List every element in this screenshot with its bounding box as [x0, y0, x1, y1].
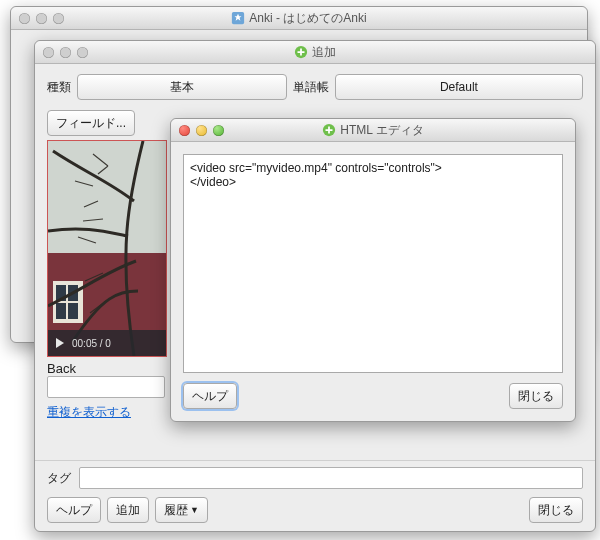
close-button[interactable]: 閉じる	[509, 383, 563, 409]
add-button[interactable]: 追加	[107, 497, 149, 523]
maximize-icon[interactable]	[53, 13, 64, 24]
traffic-lights-html	[179, 125, 224, 136]
note-type-button[interactable]: 基本	[77, 74, 287, 100]
html-editor-textarea[interactable]: <video src="myvideo.mp4" controls="contr…	[183, 154, 563, 373]
plus-icon	[294, 45, 308, 59]
tag-input[interactable]	[79, 467, 583, 489]
maximize-icon[interactable]	[77, 47, 88, 58]
titlebar-add: 追加	[35, 41, 595, 64]
help-button[interactable]: ヘルプ	[47, 497, 101, 523]
html-title: HTML エディタ	[340, 122, 424, 139]
fields-button[interactable]: フィールド...	[47, 110, 135, 136]
back-field[interactable]	[47, 376, 165, 398]
history-button[interactable]: 履歴▼	[155, 497, 208, 523]
front-field-video[interactable]: 00:05 / 0	[47, 140, 167, 357]
play-icon[interactable]	[56, 338, 64, 348]
traffic-lights-main	[19, 13, 64, 24]
deck-button[interactable]: Default	[335, 74, 583, 100]
video-controls[interactable]: 00:05 / 0	[48, 330, 166, 356]
titlebar-main: Anki - はじめてのAnki	[11, 7, 587, 30]
add-title: 追加	[312, 44, 336, 61]
traffic-lights-add	[43, 47, 88, 58]
anki-icon	[231, 11, 245, 25]
video-thumbnail	[48, 141, 166, 356]
close-icon[interactable]	[43, 47, 54, 58]
svg-point-1	[295, 46, 307, 58]
minimize-icon[interactable]	[36, 13, 47, 24]
chevron-down-icon: ▼	[190, 505, 199, 515]
deck-label: 単語帳	[293, 79, 329, 96]
back-label: Back	[47, 361, 165, 376]
close-icon[interactable]	[19, 13, 30, 24]
svg-rect-7	[56, 303, 66, 319]
type-label: 種類	[47, 79, 71, 96]
close-icon[interactable]	[179, 125, 190, 136]
titlebar-html: HTML エディタ	[171, 119, 575, 142]
help-button[interactable]: ヘルプ	[183, 383, 237, 409]
svg-rect-0	[232, 12, 244, 24]
maximize-icon[interactable]	[213, 125, 224, 136]
video-time: 00:05 / 0	[72, 338, 111, 349]
deck-value: Default	[440, 80, 478, 94]
html-editor-icon	[322, 123, 336, 137]
divider	[35, 460, 595, 461]
html-editor-window: HTML エディタ <video src="myvideo.mp4" contr…	[170, 118, 576, 422]
minimize-icon[interactable]	[60, 47, 71, 58]
main-title: Anki - はじめてのAnki	[249, 10, 366, 27]
note-type-value: 基本	[170, 79, 194, 96]
tag-label: タグ	[47, 470, 71, 487]
svg-point-9	[323, 124, 335, 136]
show-duplicates-link[interactable]: 重複を表示する	[47, 405, 131, 419]
minimize-icon[interactable]	[196, 125, 207, 136]
close-button[interactable]: 閉じる	[529, 497, 583, 523]
svg-rect-8	[68, 303, 78, 319]
